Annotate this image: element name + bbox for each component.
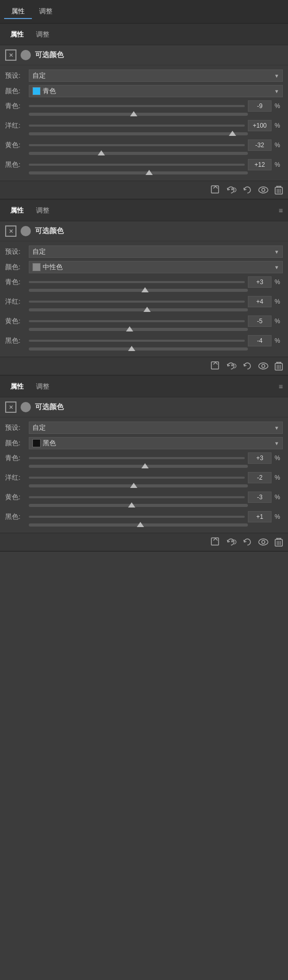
panel-2-thumb-track-3[interactable]	[29, 347, 248, 351]
panel-2-tab-属性[interactable]: 属性	[4, 204, 30, 217]
panel-2-color-label: 颜色:	[5, 262, 26, 272]
panel-2-tabs: 属性调整	[4, 204, 56, 217]
panel-3-thumb-track-0[interactable]	[29, 465, 248, 468]
panel-2-title: 可选颜色	[35, 226, 64, 236]
panel-2-tab-调整[interactable]: 调整	[30, 204, 56, 217]
panel-3-slider-value-0[interactable]: +3	[248, 452, 272, 464]
tab-properties-top[interactable]: 属性	[4, 5, 32, 19]
panel-3-thumb-2[interactable]	[128, 502, 135, 507]
panel-3-slider-value-2[interactable]: -3	[248, 492, 272, 503]
panel-1-slider-value-1[interactable]: +100	[248, 120, 272, 131]
panel-2-slider-value-2[interactable]: -5	[248, 316, 272, 327]
panel-3-slider-value-3[interactable]: +1	[248, 511, 272, 522]
panel-1-thumb-2[interactable]	[98, 150, 105, 155]
panel-3-slider-label-2: 黄色:	[5, 493, 26, 502]
panel-2-slider-label-2: 黄色:	[5, 317, 26, 326]
panel-3-slider-label-1: 洋红:	[5, 473, 26, 482]
panel-3-thumb-0[interactable]	[141, 463, 149, 468]
top-bar: 属性 调整	[0, 0, 288, 24]
panel-2-slider-unit-0: %	[275, 278, 283, 286]
panel-2-visibility-icon[interactable]	[258, 362, 268, 370]
panel-2-slider-track-3[interactable]	[29, 336, 245, 345]
panel-2-color-select[interactable]: 中性色▼	[29, 261, 283, 273]
panel-3-slider-track-0[interactable]	[29, 453, 245, 463]
panel-1-tab-调整[interactable]: 调整	[30, 28, 56, 41]
panel-3-thumb-row-3	[5, 523, 283, 527]
panel-1-slider-value-3[interactable]: +12	[248, 159, 272, 170]
panel-2-thumb-1[interactable]	[143, 307, 151, 312]
panel-2-thumb-track-0[interactable]	[29, 289, 248, 292]
panel-1-thumb-track-3[interactable]	[29, 171, 248, 174]
panel-2-preset-select[interactable]: 自定▼	[29, 246, 283, 258]
panel-3-delete-icon[interactable]	[275, 537, 283, 547]
panel-3-thumb-1[interactable]	[130, 483, 137, 488]
panel-2-thumb-track-2[interactable]	[29, 328, 248, 331]
panel-1-preset-select[interactable]: 自定▼	[29, 69, 283, 82]
panel-2-slider-track-0[interactable]	[29, 277, 245, 287]
panel-3-color-select[interactable]: 黑色▼	[29, 437, 283, 449]
panel-1-delete-icon[interactable]	[275, 185, 283, 195]
panel-2-thumb-track-1[interactable]	[29, 308, 248, 311]
panels-container: 属性调整✕可选颜色预设:自定▼颜色:青色▼青色:-9%洋红:+100%黄色:-3…	[0, 24, 288, 552]
panel-3-slider-track-1[interactable]	[29, 473, 245, 482]
panel-3-slider-track-3[interactable]	[29, 512, 245, 521]
panel-2-clip-icon[interactable]	[211, 361, 220, 371]
panel-2-delete-icon[interactable]	[275, 361, 283, 371]
panel-3-visibility-icon[interactable]	[258, 538, 268, 546]
panel-3-slider-unit-3: %	[275, 513, 283, 520]
panel-1-thumb-3[interactable]	[146, 170, 153, 175]
panel-3-reset-icon[interactable]	[243, 537, 252, 547]
panel-1-clip-icon[interactable]	[211, 185, 220, 195]
panel-2-thumb-row-0	[5, 289, 283, 292]
panel-1-reset-icon[interactable]	[243, 185, 252, 195]
panel-1-color-row: 颜色:青色▼	[5, 85, 283, 97]
panel-2-slider-value-1[interactable]: +4	[248, 296, 272, 307]
panel-2-slider-track-1[interactable]	[29, 297, 245, 306]
svg-point-1	[259, 187, 268, 193]
panel-3-menu-icon[interactable]: ≡	[279, 382, 283, 391]
panel-3-slider-value-1[interactable]: -2	[248, 472, 272, 483]
svg-point-2	[262, 188, 265, 191]
panel-1-thumb-track-0[interactable]	[29, 113, 248, 116]
panel-1-slider-value-0[interactable]: -9	[248, 100, 272, 112]
panel-1-body: 预设:自定▼颜色:青色▼青色:-9%洋红:+100%黄色:-32%黑色:+12%	[0, 65, 288, 181]
panel-1-visibility-icon[interactable]	[258, 186, 268, 194]
panel-3-thumb-track-3[interactable]	[29, 523, 248, 527]
panel-2-thumb-0[interactable]	[141, 287, 149, 292]
panel-3-tab-调整[interactable]: 调整	[30, 380, 56, 393]
panel-3-thumb-track-1[interactable]	[29, 484, 248, 487]
panel-1-slider-track-0[interactable]	[29, 101, 245, 111]
panel-1-thumb-0[interactable]	[130, 111, 137, 116]
panel-2-footer	[0, 357, 288, 375]
panel-1-thumb-1[interactable]	[229, 131, 236, 136]
panel-3-preset-row: 预设:自定▼	[5, 422, 283, 434]
panel-1-slider-track-2[interactable]	[29, 141, 245, 150]
panel-2-menu-icon[interactable]: ≡	[279, 206, 283, 215]
panel-2-reset-icon[interactable]	[243, 361, 252, 371]
panel-1-slider-track-1[interactable]	[29, 121, 245, 130]
panel-3-thumb-3[interactable]	[137, 522, 144, 527]
panel-2-thumb-3[interactable]	[128, 346, 135, 351]
panel-3-preset-select[interactable]: 自定▼	[29, 422, 283, 434]
tab-adjustments-top[interactable]: 调整	[32, 5, 60, 19]
panel-3-thumb-track-2[interactable]	[29, 504, 248, 507]
panel-1-slider-track-3[interactable]	[29, 160, 245, 169]
panel-3-slider-track-2[interactable]	[29, 493, 245, 502]
panel-2-layer-icon: ✕	[5, 225, 16, 237]
panel-2-reset-all-icon[interactable]	[226, 361, 237, 371]
panel-1-thumb-track-1[interactable]	[29, 132, 248, 135]
panel-1-reset-all-icon[interactable]	[226, 185, 237, 195]
panel-1-color-select[interactable]: 青色▼	[29, 85, 283, 97]
panel-3-clip-icon[interactable]	[211, 537, 220, 547]
panel-1-tab-属性[interactable]: 属性	[4, 28, 30, 41]
panel-1-thumb-track-2[interactable]	[29, 152, 248, 155]
panel-2-slider-track-2[interactable]	[29, 317, 245, 326]
panel-3-header: 属性调整≡	[0, 376, 288, 397]
panel-1-layer-icon: ✕	[5, 49, 16, 61]
panel-2-slider-value-3[interactable]: -4	[248, 335, 272, 346]
panel-2-slider-value-0[interactable]: +3	[248, 276, 272, 288]
panel-3-reset-all-icon[interactable]	[226, 537, 237, 547]
panel-3-tab-属性[interactable]: 属性	[4, 380, 30, 393]
panel-1-slider-value-2[interactable]: -32	[248, 139, 272, 151]
panel-2-thumb-2[interactable]	[126, 326, 133, 331]
